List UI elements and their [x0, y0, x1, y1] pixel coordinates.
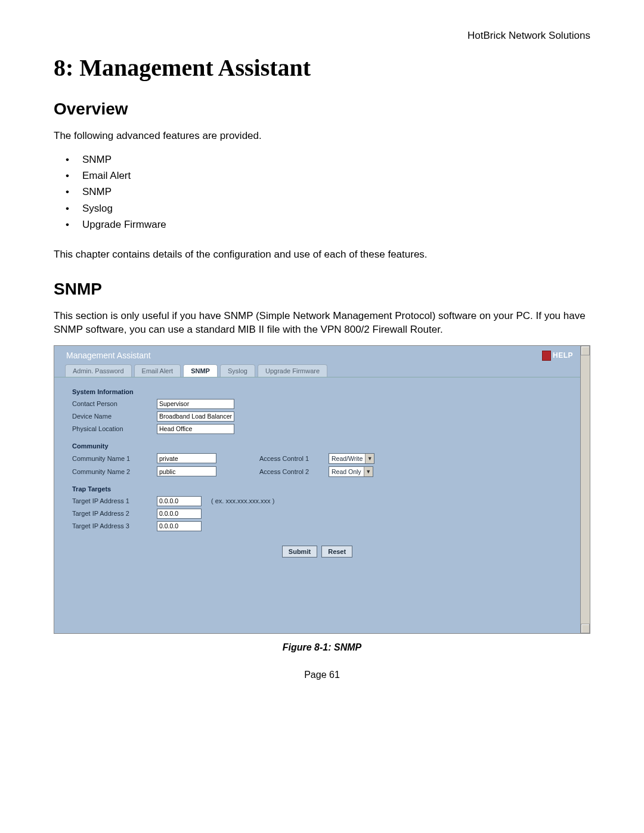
scrollbar[interactable]	[580, 346, 590, 633]
scroll-up-icon[interactable]	[581, 346, 590, 355]
access-control-2-label: Access Control 2	[259, 468, 325, 475]
community-title: Community	[72, 442, 562, 450]
submit-button[interactable]: Submit	[282, 546, 317, 558]
list-item: SNMP	[68, 151, 590, 168]
figure-caption: Figure 8-1: SNMP	[54, 642, 590, 653]
panel-title: Management Assistant	[66, 351, 151, 360]
target-ip-3-label: Target IP Address 3	[72, 522, 150, 529]
tab-admin-password[interactable]: Admin. Password	[65, 364, 132, 377]
community-name-2-label: Community Name 2	[72, 468, 150, 475]
snmp-paragraph: This section is only useful if you have …	[54, 309, 590, 337]
chapter-title: 8: Management Assistant	[54, 54, 590, 82]
access-control-1-label: Access Control 1	[259, 455, 325, 462]
page-number: Page 61	[54, 670, 590, 680]
reset-button[interactable]: Reset	[321, 546, 352, 558]
tab-syslog[interactable]: Syslog	[220, 364, 255, 377]
device-name-label: Device Name	[72, 413, 150, 420]
trap-targets-title: Trap Targets	[72, 485, 562, 493]
page-header-right: HotBrick Network Solutions	[54, 30, 590, 42]
chevron-down-icon: ▼	[364, 467, 373, 476]
system-info-title: System Information	[72, 388, 562, 395]
target-ip-hint: ( ex. xxx.xxx.xxx.xxx )	[211, 497, 274, 504]
list-item: Upgrade Firmware	[68, 216, 590, 233]
help-label: HELP	[553, 351, 573, 360]
help-link[interactable]: HELP	[542, 351, 573, 361]
target-ip-1-label: Target IP Address 1	[72, 497, 150, 504]
overview-bullets: SNMP Email Alert SNMP Syslog Upgrade Fir…	[54, 151, 590, 233]
physical-location-input[interactable]	[157, 424, 234, 434]
overview-heading: Overview	[54, 100, 590, 119]
target-ip-1-input[interactable]	[157, 496, 202, 506]
scroll-down-icon[interactable]	[581, 624, 590, 633]
target-ip-2-input[interactable]	[157, 509, 202, 519]
list-item: Syslog	[68, 200, 590, 216]
snmp-screenshot: Management Assistant HELP Admin. Passwor…	[54, 345, 590, 634]
contact-person-input[interactable]	[157, 399, 234, 409]
contact-person-label: Contact Person	[72, 400, 150, 407]
snmp-heading: SNMP	[54, 280, 590, 299]
physical-location-label: Physical Location	[72, 425, 150, 432]
list-item: Email Alert	[68, 168, 590, 184]
access-control-2-select[interactable]: Read Only ▼	[329, 466, 373, 477]
access-control-2-value: Read Only	[332, 468, 361, 475]
community-name-1-input[interactable]	[157, 453, 216, 463]
access-control-1-select[interactable]: Read/Write ▼	[329, 453, 374, 464]
overview-outro: This chapter contains details of the con…	[54, 248, 590, 262]
tab-upgrade-firmware[interactable]: Upgrade Firmware	[258, 364, 327, 377]
tab-email-alert[interactable]: Email Alert	[134, 364, 181, 377]
help-icon	[542, 351, 551, 361]
overview-intro: The following advanced features are prov…	[54, 129, 590, 143]
target-ip-3-input[interactable]	[157, 521, 202, 531]
access-control-1-value: Read/Write	[332, 455, 363, 462]
tab-bar: Admin. Password Email Alert SNMP Syslog …	[54, 364, 590, 377]
target-ip-2-label: Target IP Address 2	[72, 510, 150, 517]
device-name-input[interactable]	[157, 411, 234, 422]
community-name-2-input[interactable]	[157, 466, 216, 476]
community-name-1-label: Community Name 1	[72, 455, 150, 462]
chevron-down-icon: ▼	[365, 454, 374, 463]
tab-snmp[interactable]: SNMP	[183, 364, 218, 377]
form-body: System Information Contact Person Device…	[54, 377, 580, 633]
list-item: SNMP	[68, 184, 590, 200]
